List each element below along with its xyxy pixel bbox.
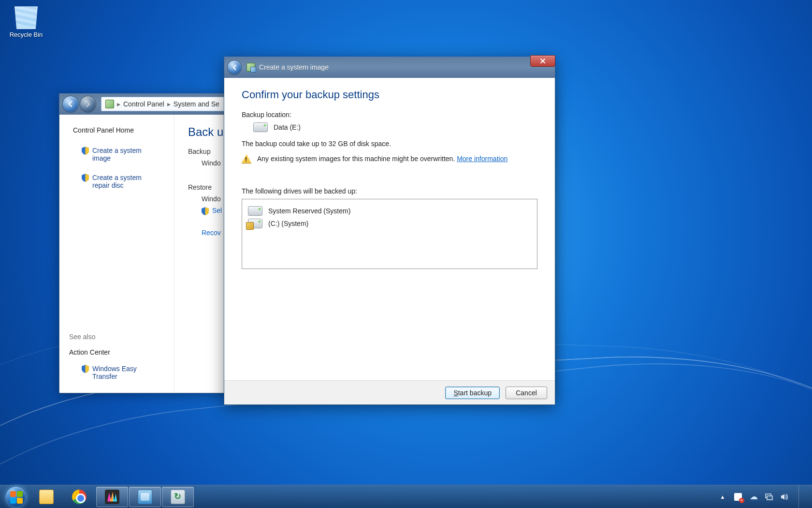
drives-list: System Reserved (System) (C:) (System) [242,199,537,269]
taskbar-chrome[interactable] [63,487,95,507]
svg-rect-1 [767,496,772,500]
sidebar-easy-transfer[interactable]: Windows Easy Transfer [59,359,174,386]
shield-icon [202,207,209,215]
recycle-bin[interactable]: Recycle Bin [7,4,45,38]
breadcrumb-sep: ▸ [117,100,120,108]
breadcrumb-1[interactable]: Control Panel [123,100,164,108]
drive-name: (C:) (System) [268,220,308,227]
hard-drive-icon [248,206,262,216]
wizard-heading: Confirm your backup settings [242,89,537,101]
breadcrumb-2[interactable]: System and Se [174,100,219,108]
show-desktop-button[interactable] [798,485,803,508]
tray-action-center[interactable] [734,493,742,501]
cp-icon [105,100,114,108]
drives-label: The following drives will be backed up: [242,187,537,195]
overwrite-warning: Any existing system images for this mach… [257,155,455,163]
space-notice: The backup could take up to 32 GB of dis… [242,140,537,148]
tray-onedrive[interactable]: ☁ [749,493,758,501]
sidebar-home[interactable]: Control Panel Home [59,123,174,137]
system-tray: ▲ ☁ [711,485,810,508]
drive-row: (C:) (System) [248,219,533,228]
backup-location-label: Backup location: [242,111,537,119]
backup-icon [171,490,185,504]
nav-back-button[interactable] [62,96,79,112]
flag-icon [734,493,742,501]
wizard-close-button[interactable] [530,55,555,67]
wizard-title-icon [246,63,255,72]
cp-sidebar: Control Panel Home Create a system image… [59,115,174,393]
shield-icon [68,362,91,370]
wamp-icon [105,490,119,504]
taskbar: ▲ ☁ [0,485,812,508]
taskbar-backup[interactable] [162,487,194,507]
wizard-title: Create a system image [259,63,329,71]
drive-name: System Reserved (System) [268,207,350,215]
system-image-wizard: Create a system image Confirm your backu… [224,57,555,405]
shield-icon [68,144,91,152]
sidebar-create-image[interactable]: Create a system image [59,141,174,168]
wizard-back-button[interactable] [227,60,242,75]
taskbar-wamp[interactable] [96,487,128,507]
chrome-icon [72,490,87,504]
taskbar-control-panel[interactable] [129,487,161,507]
tray-volume[interactable] [780,493,789,501]
system-drive-icon [248,219,262,228]
folder-icon [39,490,54,504]
drive-row: System Reserved (System) [248,206,533,216]
wizard-titlebar: Create a system image [224,57,555,78]
tray-network[interactable] [765,493,773,501]
recycle-bin-icon [14,4,39,29]
wizard-footer: Start backup Cancel [224,380,555,404]
start-button[interactable] [2,485,30,508]
see-also-header: See also [59,330,174,344]
sidebar-action-center[interactable]: Action Center [59,345,174,359]
breadcrumb-sep: ▸ [167,100,171,108]
control-panel-icon [138,490,152,504]
warning-icon [242,154,251,163]
nav-forward-button[interactable] [80,96,96,112]
taskbar-explorer[interactable] [30,487,62,507]
tray-show-hidden-icons[interactable]: ▲ [718,493,727,501]
recycle-bin-label: Recycle Bin [7,31,45,38]
shield-icon [68,171,91,179]
start-orb-icon [5,486,27,508]
start-backup-button[interactable]: Start backup [445,387,500,399]
backup-location-value: Data (E:) [274,123,301,131]
hard-drive-icon [253,122,268,132]
cancel-button[interactable]: Cancel [506,387,547,399]
sidebar-create-disc[interactable]: Create a system repair disc [59,168,174,195]
wizard-body: Confirm your backup settings Backup loca… [224,78,555,380]
more-information-link[interactable]: More information [457,155,508,163]
